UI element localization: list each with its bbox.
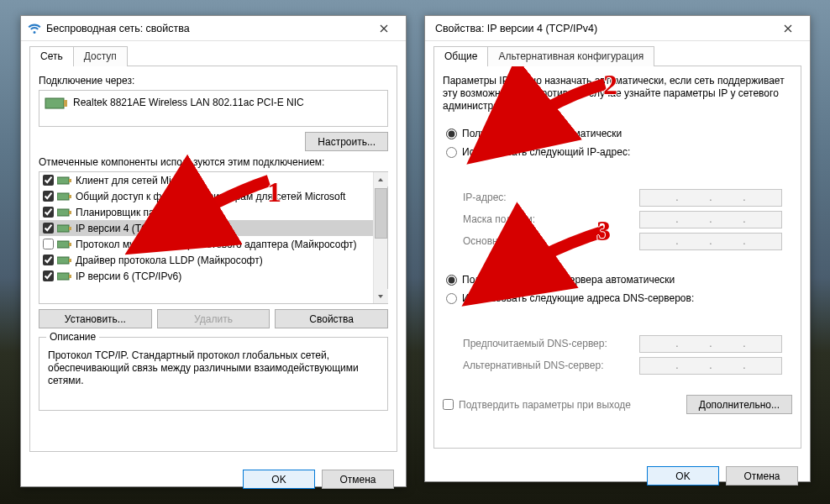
ip-address-input: ... — [639, 189, 782, 207]
svg-rect-15 — [69, 275, 71, 278]
component-checkbox[interactable] — [43, 207, 54, 218]
tab-access[interactable]: Доступ — [73, 46, 128, 66]
protocol-icon — [57, 239, 72, 250]
adapter-box[interactable]: Realtek 8821AE Wireless LAN 802.11ac PCI… — [39, 90, 388, 127]
cancel-button[interactable]: Отмена — [322, 470, 394, 489]
radio-dns-manual-label: Использовать следующие адреса DNS-сервер… — [462, 292, 694, 304]
protocol-icon — [57, 207, 72, 218]
scroll-thumb[interactable] — [375, 188, 387, 239]
svg-rect-13 — [69, 259, 71, 262]
svg-rect-0 — [45, 98, 64, 108]
component-label: Планировщик пакетов QoS — [76, 207, 202, 218]
info-text: Параметры IP можно назначать автоматичес… — [443, 75, 792, 113]
annotation-3: 3 — [596, 215, 611, 247]
window-ipv4-properties: Свойства: IP версии 4 (TCP/IPv4) Общие А… — [424, 15, 811, 482]
close-button[interactable] — [367, 17, 401, 40]
tab-body: Подключение через: Realtek 8821AE Wirele… — [29, 66, 397, 452]
protocol-icon — [57, 270, 72, 282]
confirm-on-exit-checkbox[interactable] — [443, 399, 454, 410]
list-item[interactable]: Драйвер протокола LLDP (Майкрософт) — [39, 252, 373, 268]
radio-ip-auto[interactable] — [446, 129, 457, 139]
ok-button[interactable]: OK — [647, 466, 719, 486]
configure-button[interactable]: Настроить... — [305, 132, 388, 151]
dns-fields: Предпочитаемый DNS-сервер: ... Альтернат… — [443, 326, 792, 385]
radio-ip-manual[interactable] — [446, 147, 457, 158]
titlebar[interactable]: Беспроводная сеть: свойства — [21, 16, 406, 41]
gateway-input: ... — [639, 233, 782, 250]
svg-rect-3 — [69, 179, 71, 182]
dns-alt-label: Альтернативный DNS-сервер: — [463, 360, 639, 371]
radio-dns-manual[interactable] — [446, 293, 457, 304]
close-button[interactable] — [771, 17, 805, 40]
properties-button[interactable]: Свойства — [275, 309, 388, 328]
ip-address-label: IP-адрес: — [463, 192, 639, 203]
window-network-properties: Беспроводная сеть: свойства Сеть Доступ … — [20, 15, 407, 487]
radio-dns-auto-label: Получить адрес DNS-сервера автоматически — [462, 274, 675, 286]
connection-via-label: Подключение через: — [39, 75, 388, 87]
component-label: IP версии 4 (TCP/IPv4) — [76, 223, 181, 234]
component-checkbox[interactable] — [43, 191, 54, 202]
component-checkbox[interactable] — [43, 223, 54, 234]
radio-dns-auto[interactable] — [446, 275, 457, 286]
protocol-icon — [57, 175, 72, 186]
protocol-icon — [57, 255, 72, 266]
install-button[interactable]: Установить... — [39, 309, 152, 328]
component-label: Драйвер протокола LLDP (Майкрософт) — [76, 255, 263, 266]
subnet-label: Маска подсети: — [463, 213, 639, 225]
subnet-input: ... — [639, 211, 782, 228]
svg-rect-2 — [57, 177, 69, 184]
description-text: Протокол TCP/IP. Стандартный протокол гл… — [48, 349, 379, 387]
svg-rect-9 — [69, 227, 71, 230]
scrollbar[interactable] — [373, 172, 387, 303]
list-item[interactable]: Клиент для сетей Microsoft — [39, 172, 373, 188]
confirm-on-exit-label: Подтвердить параметры при выходе — [459, 399, 631, 411]
radio-ip-manual-label: Использовать следующий IP-адрес: — [462, 146, 630, 158]
svg-rect-6 — [57, 209, 69, 216]
svg-rect-8 — [57, 225, 69, 232]
svg-rect-7 — [69, 211, 71, 214]
tab-network[interactable]: Сеть — [29, 46, 74, 66]
scroll-up-icon[interactable] — [374, 172, 388, 186]
dialog-buttons: OK Отмена — [21, 461, 406, 501]
ok-button[interactable]: OK — [243, 470, 315, 489]
window-title: Беспроводная сеть: свойства — [46, 23, 367, 34]
annotation-2: 2 — [603, 69, 617, 101]
protocol-icon — [57, 191, 72, 202]
advanced-button[interactable]: Дополнительно... — [686, 395, 792, 414]
tab-alt-config[interactable]: Альтернативная конфигурация — [487, 46, 654, 66]
titlebar[interactable]: Свойства: IP версии 4 (TCP/IPv4) — [425, 16, 810, 41]
component-label: Протокол мультиплексора сетевого адаптер… — [76, 239, 356, 250]
list-item[interactable]: Общий доступ к файлам и принтерам для се… — [39, 188, 373, 204]
tabs: Сеть Доступ — [21, 41, 406, 66]
component-checkbox[interactable] — [43, 270, 54, 281]
list-item[interactable]: Протокол мультиплексора сетевого адаптер… — [39, 236, 373, 252]
remove-button[interactable]: Удалить — [157, 309, 271, 328]
components-list[interactable]: Клиент для сетей MicrosoftОбщий доступ к… — [39, 171, 388, 304]
tab-general[interactable]: Общие — [433, 46, 488, 66]
list-item[interactable]: Планировщик пакетов QoS — [39, 204, 373, 220]
dns-alt-input: ... — [639, 357, 782, 375]
svg-rect-1 — [64, 100, 67, 107]
svg-rect-12 — [57, 257, 69, 264]
scroll-down-icon[interactable] — [374, 289, 388, 303]
component-checkbox[interactable] — [43, 239, 54, 249]
component-checkbox[interactable] — [43, 255, 54, 265]
radio-ip-auto-label: Получить IP-адрес автоматически — [462, 128, 622, 139]
component-checkbox[interactable] — [43, 175, 54, 186]
ip-fields: IP-адрес: ... Маска подсети: ... Основно… — [443, 180, 792, 260]
component-label: Общий доступ к файлам и принтерам для се… — [76, 191, 345, 202]
adapter-name: Realtek 8821AE Wireless LAN 802.11ac PCI… — [73, 94, 304, 108]
list-item[interactable]: IP версии 4 (TCP/IPv4) — [39, 220, 373, 236]
protocol-icon — [57, 223, 72, 234]
nic-icon — [45, 94, 68, 113]
dns-mode-group: Получить адрес DNS-сервера автоматически… — [443, 270, 792, 316]
dns-pref-label: Предпочитаемый DNS-сервер: — [463, 338, 639, 349]
gateway-label: Основной шлюз: — [463, 235, 639, 247]
svg-rect-4 — [57, 193, 69, 200]
components-label: Отмеченные компоненты используются этим … — [39, 156, 388, 168]
cancel-button[interactable]: Отмена — [726, 466, 798, 486]
dialog-buttons: OK Отмена — [425, 458, 810, 497]
window-title: Свойства: IP версии 4 (TCP/IPv4) — [432, 23, 771, 34]
list-item[interactable]: IP версии 6 (TCP/IPv6) — [39, 268, 373, 284]
svg-rect-10 — [57, 241, 69, 248]
